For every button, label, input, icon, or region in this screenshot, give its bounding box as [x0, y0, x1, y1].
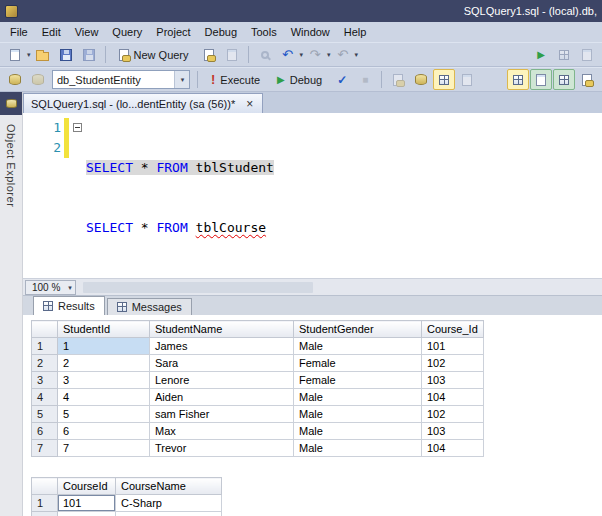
menu-tools[interactable]: Tools — [244, 22, 284, 42]
start-button[interactable]: ▶ — [530, 44, 552, 65]
column-header-coursename[interactable]: CourseName — [116, 478, 222, 495]
execute-button[interactable]: ! Execute — [203, 69, 268, 90]
menu-help[interactable]: Help — [337, 22, 374, 42]
cell[interactable]: James — [150, 338, 294, 355]
row-header[interactable]: 7 — [32, 440, 58, 457]
database-selector[interactable]: db_StudentEntity ▾ — [52, 70, 190, 89]
cell[interactable]: Max — [150, 423, 294, 440]
cell[interactable]: Female — [294, 372, 422, 389]
redo-icon[interactable]: ↷ — [310, 48, 321, 61]
code-text-area[interactable]: SELECT * FROM tblStudent SELECT * FROM t… — [86, 113, 602, 278]
new-query-button[interactable]: New Query — [111, 44, 197, 65]
window-layout-button[interactable] — [553, 44, 575, 65]
cell[interactable]: 104 — [422, 389, 484, 406]
menu-debug[interactable]: Debug — [198, 22, 244, 42]
grid-corner[interactable] — [32, 321, 58, 338]
cell[interactable]: 5 — [58, 406, 150, 423]
grid-corner[interactable] — [32, 478, 58, 495]
row-header[interactable]: 1 — [32, 338, 58, 355]
new-file-split-button[interactable]: ▾ — [4, 44, 31, 65]
sqlcmd-mode-button[interactable] — [530, 69, 552, 90]
object-explorer-icon-box[interactable] — [0, 92, 22, 115]
analysis-services-query-button[interactable] — [221, 44, 243, 65]
menu-project[interactable]: Project — [149, 22, 197, 42]
cell[interactable]: Trevor — [150, 440, 294, 457]
menu-edit[interactable]: Edit — [35, 22, 68, 42]
include-actual-plan-button[interactable] — [553, 69, 575, 90]
comment-selection-button[interactable] — [576, 69, 598, 90]
intellisense-enabled-button[interactable] — [433, 69, 455, 90]
debug-button[interactable]: ▶ Debug — [269, 69, 330, 90]
cell[interactable]: Male — [294, 423, 422, 440]
include-client-statistics-button[interactable] — [456, 69, 478, 90]
open-file-button[interactable] — [32, 44, 54, 65]
column-header-studentname[interactable]: StudentName — [150, 321, 294, 338]
collapse-region-icon[interactable] — [73, 123, 82, 132]
cell[interactable]: 103 — [422, 423, 484, 440]
undo-split-button[interactable]: ↶ ▾ — [277, 44, 304, 65]
row-header[interactable]: 2 — [32, 355, 58, 372]
cell[interactable]: 102 — [58, 512, 116, 516]
cell[interactable]: Male — [294, 406, 422, 423]
cell[interactable]: sam Fisher — [150, 406, 294, 423]
undo-icon[interactable]: ↶ — [282, 48, 293, 61]
cell[interactable]: 2 — [58, 355, 150, 372]
chevron-down-icon[interactable]: ▾ — [327, 51, 331, 58]
close-icon[interactable]: × — [244, 98, 255, 110]
cell[interactable]: 104 — [422, 440, 484, 457]
code-editor[interactable]: 1 2 SELECT * FROM tblStudent SELECT * FR… — [23, 113, 602, 278]
results-to-grid-button[interactable] — [507, 69, 529, 90]
zoom-selector[interactable]: 100 % ▾ — [25, 280, 76, 295]
redo-split-button[interactable]: ↷ ▾ — [304, 44, 331, 65]
cell[interactable]: 4 — [58, 389, 150, 406]
tab-messages[interactable]: Messages — [107, 298, 192, 315]
menu-query[interactable]: Query — [105, 22, 149, 42]
scrollbar-thumb[interactable] — [83, 282, 313, 293]
cell[interactable]: 6 — [58, 423, 150, 440]
row-header[interactable]: 2 — [32, 512, 58, 516]
cell[interactable]: Asp.Net — [116, 512, 222, 516]
display-estimated-plan-button[interactable] — [387, 69, 409, 90]
chevron-down-icon[interactable]: ▾ — [355, 51, 359, 58]
cell[interactable]: Female — [294, 355, 422, 372]
properties-button[interactable] — [576, 44, 598, 65]
save-all-button[interactable] — [78, 44, 100, 65]
menu-file[interactable]: File — [3, 22, 35, 42]
database-engine-query-button[interactable] — [198, 44, 220, 65]
cell[interactable]: 101 — [422, 338, 484, 355]
chevron-down-icon[interactable]: ▾ — [174, 71, 189, 88]
column-header-courseid[interactable]: CourseId — [58, 478, 116, 495]
query-options-button[interactable] — [410, 69, 432, 90]
change-connection-button[interactable] — [27, 69, 49, 90]
cell[interactable]: Sara — [150, 355, 294, 372]
cell[interactable]: Male — [294, 338, 422, 355]
code-line-1[interactable]: SELECT * FROM tblStudent — [86, 158, 602, 178]
cell[interactable]: C-Sharp — [116, 495, 222, 512]
cell[interactable]: Aiden — [150, 389, 294, 406]
cell[interactable]: Male — [294, 389, 422, 406]
cancel-executing-query-button[interactable]: ■ — [354, 69, 376, 90]
navigate-backward-icon[interactable]: ↶ — [337, 48, 348, 61]
row-header[interactable]: 1 — [32, 495, 58, 512]
row-header[interactable]: 5 — [32, 406, 58, 423]
tab-results[interactable]: Results — [33, 296, 105, 315]
row-header[interactable]: 3 — [32, 372, 58, 389]
cell[interactable]: Lenore — [150, 372, 294, 389]
menu-window[interactable]: Window — [284, 22, 337, 42]
code-line-2[interactable]: SELECT * FROM tblCourse — [86, 218, 602, 238]
save-button[interactable] — [55, 44, 77, 65]
chevron-down-icon[interactable]: ▾ — [300, 51, 304, 58]
row-header[interactable]: 6 — [32, 423, 58, 440]
connect-button[interactable] — [4, 69, 26, 90]
cell[interactable]: 102 — [422, 406, 484, 423]
cell-selected[interactable]: 1 — [58, 338, 150, 355]
cell[interactable]: Male — [294, 440, 422, 457]
column-header-courseid[interactable]: Course_Id — [422, 321, 484, 338]
menu-view[interactable]: View — [68, 22, 106, 42]
cell[interactable]: 102 — [422, 355, 484, 372]
column-header-studentgender[interactable]: StudentGender — [294, 321, 422, 338]
sidebar-tab-object-explorer[interactable]: Object Explorer — [5, 124, 17, 207]
document-tab[interactable]: SQLQuery1.sql - (lo...dentEntity (sa (56… — [23, 93, 263, 113]
parse-button[interactable]: ✓ — [331, 69, 353, 90]
navigate-backward-split-button[interactable]: ↶ ▾ — [332, 44, 359, 65]
